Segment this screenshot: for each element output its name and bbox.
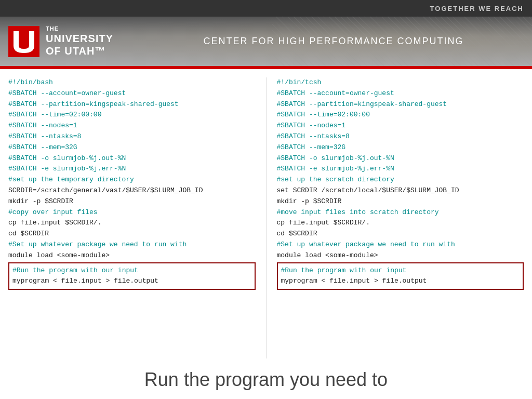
university-name: UNIVERSITY xyxy=(46,32,113,45)
code-line: #copy over input files xyxy=(8,207,256,218)
code-line: #SBATCH --time=02:00:00 xyxy=(277,110,524,121)
code-line: #SBATCH -e slurmjob-%j.err-%N xyxy=(277,164,524,175)
university-logo xyxy=(8,26,39,57)
code-line: #Set up whatever package we need to run … xyxy=(277,240,524,250)
code-line: #SBATCH --nodes=1 xyxy=(8,121,256,131)
highlight-command: myprogram < file.input > file.output xyxy=(281,276,520,287)
code-line: #SBATCH --account=owner-guest xyxy=(8,88,256,99)
code-line: #SBATCH -o slurmjob-%j.out-%N xyxy=(8,153,256,164)
code-line: #!/bin/bash xyxy=(8,77,256,88)
center-title-area: CENTER FOR HIGH PERFORMANCE COMPUTING xyxy=(135,36,532,47)
highlight-box: #Run the program with our inputmyprogram… xyxy=(8,262,256,290)
code-line: #SBATCH --nodes=1 xyxy=(277,121,524,131)
code-line: #SBATCH -o slurmjob-%j.out-%N xyxy=(277,153,524,164)
left-code-panel: #!/bin/bash#SBATCH --account=owner-guest… xyxy=(8,77,267,358)
code-line: #set up the temporary directory xyxy=(8,175,256,185)
code-line: module load <some-module> xyxy=(8,250,256,261)
code-line: cd $SCRDIR xyxy=(8,229,256,240)
university-of-utah: OF UTAH™ xyxy=(46,45,113,57)
header: THE UNIVERSITY OF UTAH™ CENTER FOR HIGH … xyxy=(0,17,532,66)
code-line: set SCRDIR /scratch/local/$USER/$SLURM_J… xyxy=(277,185,524,196)
main-content: #!/bin/bash#SBATCH --account=owner-guest… xyxy=(0,69,532,399)
code-line: #SBATCH --time=02:00:00 xyxy=(8,110,256,121)
code-line: #SBATCH -e slurmjob-%j.err-%N xyxy=(8,164,256,175)
logo-area: THE UNIVERSITY OF UTAH™ xyxy=(0,25,135,57)
code-line: mkdir -p $SCRDIR xyxy=(277,196,524,207)
code-line: SCRDIR=/scratch/general/vast/$USER/$SLUR… xyxy=(8,185,256,196)
code-line: #SBATCH --mem=32G xyxy=(277,142,524,153)
code-line: #move input files into scratch directory xyxy=(277,207,524,218)
code-line: module load <some-module> xyxy=(277,250,524,261)
highlight-box: #Run the program with our inputmyprogram… xyxy=(277,262,524,290)
code-line: #SBATCH --ntasks=8 xyxy=(277,131,524,142)
bottom-caption: Run the program you need to xyxy=(144,369,388,390)
code-line: #SBATCH --account=owner-guest xyxy=(277,88,524,99)
bottom-text-area: Run the program you need to xyxy=(0,363,532,399)
code-line: #SBATCH --partition=kingspeak-shared-gue… xyxy=(8,99,256,110)
code-panels: #!/bin/bash#SBATCH --account=owner-guest… xyxy=(0,69,532,363)
university-the: THE xyxy=(46,25,113,32)
code-line: #!/bin/tcsh xyxy=(277,77,524,88)
top-bar: TOGETHER WE REACH xyxy=(0,0,532,17)
right-code-panel: #!/bin/tcsh#SBATCH --account=owner-guest… xyxy=(267,77,524,358)
highlight-comment: #Run the program with our input xyxy=(12,265,251,276)
code-line: cp file.input $SCRDIR/. xyxy=(277,218,524,229)
code-line: #Set up whatever package we need to run … xyxy=(8,240,256,250)
tagline: TOGETHER WE REACH xyxy=(430,5,524,12)
code-line: cd $SCRDIR xyxy=(277,229,524,240)
code-line: #SBATCH --ntasks=8 xyxy=(8,131,256,142)
code-line: #SBATCH --mem=32G xyxy=(8,142,256,153)
university-text: THE UNIVERSITY OF UTAH™ xyxy=(46,25,113,57)
center-title-text: CENTER FOR HIGH PERFORMANCE COMPUTING xyxy=(203,36,463,46)
code-line: mkdir -p $SCRDIR xyxy=(8,196,256,207)
code-line: #SBATCH --partition=kingspeak-shared-gue… xyxy=(277,99,524,110)
code-line: #set up the scratch directory xyxy=(277,175,524,185)
code-line: cp file.input $SCRDIR/. xyxy=(8,218,256,229)
highlight-command: myprogram < file.input > file.output xyxy=(12,276,251,287)
highlight-comment: #Run the program with our input xyxy=(281,265,520,276)
